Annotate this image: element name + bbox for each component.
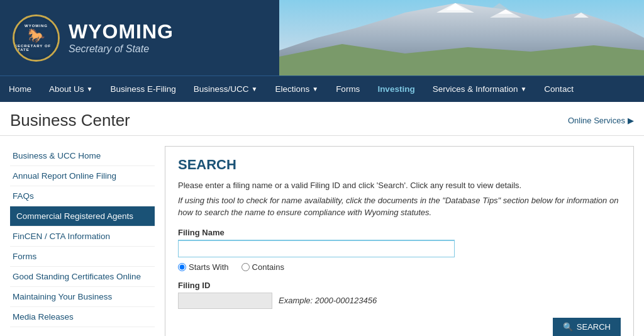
search-type-radio-group: Starts With Contains xyxy=(178,262,621,272)
search-button-row: 🔍 SEARCH xyxy=(178,318,621,336)
page-title-bar: Business Center Online Services ▶ xyxy=(0,102,644,136)
nav-home[interactable]: Home xyxy=(0,76,40,103)
sidebar: Business & UCC Home Annual Report Online… xyxy=(10,146,155,336)
main-nav: Home About Us ▼ Business E-Filing Busine… xyxy=(0,76,644,102)
services-arrow: ▼ xyxy=(520,86,526,92)
sidebar-item-commercial-agents[interactable]: Commercial Registered Agents xyxy=(10,206,155,227)
search-info-line1: Please enter a filing name or a valid Fi… xyxy=(178,179,621,192)
nav-about[interactable]: About Us ▼ xyxy=(40,76,101,103)
header-title-block: WYOMING Secretary of State xyxy=(69,21,174,54)
nav-contact[interactable]: Contact xyxy=(535,76,582,103)
sidebar-item-media-releases[interactable]: Media Releases xyxy=(10,307,155,327)
sidebar-item-maintaining[interactable]: Maintaining Your Business xyxy=(10,287,155,307)
contains-radio-label[interactable]: Contains xyxy=(242,262,284,272)
search-info-line2: If using this tool to check for name ava… xyxy=(178,194,621,219)
starts-with-radio[interactable] xyxy=(178,263,186,271)
search-panel: SEARCH Please enter a filing name or a v… xyxy=(165,146,634,336)
online-services-label: Online Services xyxy=(568,116,625,125)
filing-id-input[interactable] xyxy=(178,293,272,309)
nav-investing[interactable]: Investing xyxy=(369,76,423,103)
state-name: WYOMING xyxy=(69,21,174,43)
agency-name: Secretary of State xyxy=(69,43,174,55)
search-title: SEARCH xyxy=(178,157,621,173)
state-seal: WYOMING 🐎 SECRETARY OF STATE xyxy=(13,14,60,62)
search-button-label: SEARCH xyxy=(577,322,611,332)
filing-name-label: Filing Name xyxy=(178,228,621,237)
filing-name-input[interactable] xyxy=(178,240,455,257)
nav-services-info[interactable]: Services & Information ▼ xyxy=(424,76,536,103)
header-mountain-image xyxy=(279,0,644,76)
elections-arrow: ▼ xyxy=(312,86,318,92)
filing-id-example: Example: 2000-000123456 xyxy=(279,296,377,305)
sidebar-item-forms[interactable]: Forms xyxy=(10,247,155,267)
online-services-link[interactable]: Online Services ▶ xyxy=(568,116,634,125)
starts-with-radio-label[interactable]: Starts With xyxy=(178,262,229,272)
nav-business-efiling[interactable]: Business E-Filing xyxy=(101,76,184,103)
search-button[interactable]: 🔍 SEARCH xyxy=(553,318,621,336)
bucc-arrow: ▼ xyxy=(252,86,258,92)
page-title: Business Center xyxy=(10,111,130,130)
svg-marker-6 xyxy=(279,44,644,76)
sidebar-item-fincen[interactable]: FinCEN / CTA Information xyxy=(10,227,155,247)
sidebar-item-faqs[interactable]: FAQs xyxy=(10,186,155,206)
filing-id-row: Example: 2000-000123456 xyxy=(178,293,621,309)
online-services-arrow: ▶ xyxy=(628,116,634,125)
sidebar-item-annual-report[interactable]: Annual Report Online Filing xyxy=(10,166,155,186)
main-wrapper: Business Center Online Services ▶ Busine… xyxy=(0,102,644,336)
nav-business-ucc[interactable]: Business/UCC ▼ xyxy=(185,76,267,103)
sidebar-item-good-standing[interactable]: Good Standing Certificates Online xyxy=(10,267,155,287)
contains-radio[interactable] xyxy=(242,263,250,271)
sidebar-item-biz-ucc-home[interactable]: Business & UCC Home xyxy=(10,146,155,166)
about-arrow: ▼ xyxy=(87,86,93,92)
nav-forms[interactable]: Forms xyxy=(327,76,369,103)
search-icon: 🔍 xyxy=(563,322,573,332)
content-area: Business & UCC Home Annual Report Online… xyxy=(0,136,644,336)
nav-elections[interactable]: Elections ▼ xyxy=(266,76,327,103)
header: WYOMING 🐎 SECRETARY OF STATE WYOMING Sec… xyxy=(0,0,644,76)
header-logo: WYOMING 🐎 SECRETARY OF STATE WYOMING Sec… xyxy=(0,8,186,68)
filing-id-label: Filing ID xyxy=(178,281,621,290)
